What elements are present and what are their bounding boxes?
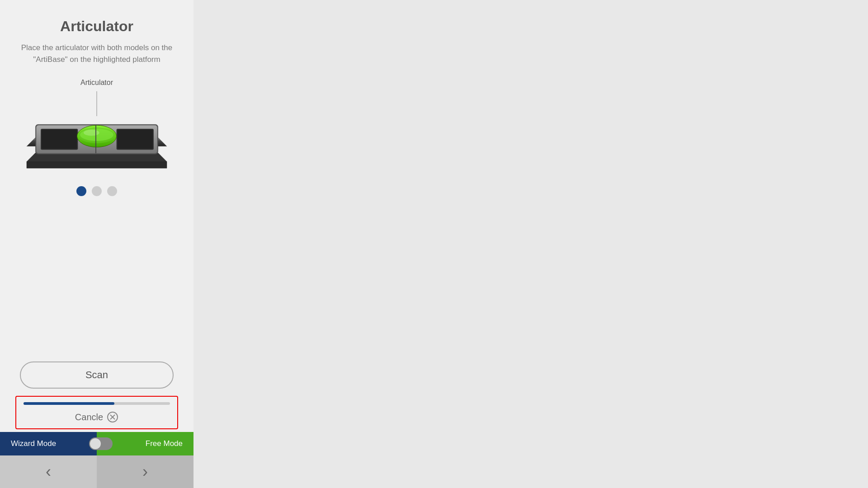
forward-arrow-icon: › xyxy=(142,464,148,480)
bottom-nav-bar: ‹ › xyxy=(0,455,193,488)
cancel-row: Cancle xyxy=(24,411,170,423)
articulator-image-label: Articulator xyxy=(80,79,113,87)
cancel-icon[interactable] xyxy=(107,411,118,423)
forward-button[interactable]: › xyxy=(97,455,193,488)
progress-bar-track xyxy=(24,402,170,405)
wizard-mode-label: Wizard Mode xyxy=(11,439,56,448)
svg-rect-6 xyxy=(118,130,153,149)
svg-point-10 xyxy=(84,130,99,136)
scan-button[interactable]: Scan xyxy=(20,361,174,389)
dot-1[interactable] xyxy=(76,186,86,196)
page-title: Articulator xyxy=(60,18,133,35)
panel-description: Place the articulator with both models o… xyxy=(14,42,180,65)
free-mode-label: Free Mode xyxy=(146,439,183,448)
mode-bar: Wizard Mode Free Mode xyxy=(0,432,193,455)
svg-rect-4 xyxy=(42,130,77,149)
device-illustration xyxy=(20,100,174,170)
right-panel xyxy=(193,0,868,488)
cancel-label: Cancle xyxy=(75,412,103,422)
scan-button-label: Scan xyxy=(85,369,108,381)
left-panel: Articulator Place the articulator with b… xyxy=(0,0,193,488)
dot-3[interactable] xyxy=(107,186,117,196)
progress-cancel-box: Cancle xyxy=(15,396,178,429)
mode-toggle[interactable] xyxy=(89,437,113,450)
progress-bar-fill xyxy=(24,402,114,405)
back-button[interactable]: ‹ xyxy=(0,455,97,488)
back-arrow-icon: ‹ xyxy=(46,464,51,480)
articulator-image-container: Articulator xyxy=(14,79,180,173)
dot-2[interactable] xyxy=(92,186,102,196)
dot-indicators xyxy=(76,186,117,196)
toggle-knob xyxy=(90,438,101,449)
